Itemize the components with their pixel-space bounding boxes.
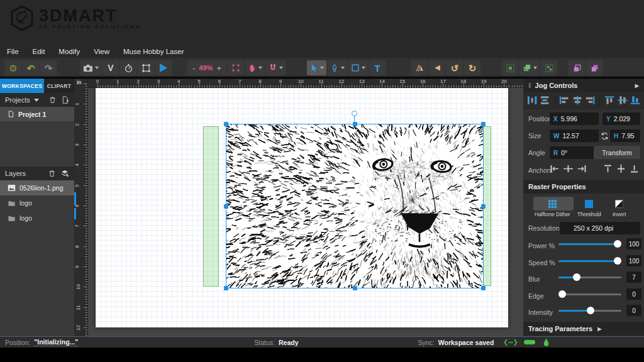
layer-item-logo-1[interactable]: logo bbox=[0, 195, 74, 211]
fit-to-screen-button[interactable] bbox=[228, 60, 244, 75]
flip-vertical-button[interactable] bbox=[429, 60, 445, 75]
ruler-number: 7 bbox=[74, 225, 80, 228]
expand-section-icon[interactable]: ▶ bbox=[597, 326, 601, 332]
distribute-horizontal-icon[interactable] bbox=[527, 96, 537, 105]
anchor-bottom-icon[interactable] bbox=[629, 164, 640, 173]
invert-icon bbox=[615, 200, 623, 208]
align-right-icon[interactable] bbox=[585, 96, 595, 105]
ruler-number: 12 bbox=[75, 325, 81, 331]
position-label: Position bbox=[528, 115, 552, 123]
chevron-down-icon[interactable] bbox=[34, 99, 39, 102]
rotate-ccw-button[interactable]: ↺ bbox=[447, 60, 463, 75]
undo-button[interactable]: ↶ bbox=[23, 60, 39, 75]
layer-item-logo-2[interactable]: logo bbox=[0, 211, 74, 226]
add-layer-icon[interactable] bbox=[60, 169, 69, 178]
anchor-middle-icon[interactable] bbox=[616, 164, 626, 173]
speed-value: 100 bbox=[626, 255, 641, 266]
lock-aspect-icon[interactable] bbox=[601, 131, 609, 141]
align-bottom-icon[interactable] bbox=[630, 96, 640, 105]
anchor-top-icon[interactable] bbox=[602, 164, 613, 173]
zoom-out-button[interactable]: - bbox=[190, 63, 197, 73]
jog-controls-header[interactable]: ‖ Jog Controls ▶ bbox=[523, 79, 644, 92]
mode-halftone-dither[interactable]: Halftone Dither bbox=[535, 198, 570, 217]
snap-tool-button[interactable] bbox=[266, 60, 286, 75]
speed-slider[interactable] bbox=[558, 255, 621, 267]
power-slider[interactable] bbox=[558, 238, 621, 250]
toolbar-group-view: - 49% + bbox=[186, 60, 287, 76]
settings-button[interactable]: ⚙ bbox=[5, 60, 21, 75]
workspace-canvas[interactable] bbox=[88, 88, 523, 336]
rotation-handle[interactable] bbox=[352, 111, 357, 116]
expand-panel-icon[interactable]: ▶ bbox=[635, 83, 639, 89]
paste-button[interactable] bbox=[586, 60, 602, 75]
transform-button[interactable]: Transform bbox=[594, 146, 640, 159]
run-job-button[interactable] bbox=[155, 60, 172, 75]
menu-modify[interactable]: Modify bbox=[52, 48, 87, 55]
menu-file[interactable]: File bbox=[0, 48, 26, 55]
mode-threshold[interactable]: Threshold bbox=[577, 198, 601, 217]
tracing-parameters-header[interactable]: Tracing Parameters ▶ bbox=[523, 322, 644, 336]
vertical-ruler: in 123456789101112 bbox=[74, 79, 88, 336]
anchor-center-icon[interactable] bbox=[563, 164, 574, 173]
mode-invert[interactable]: Invert bbox=[613, 198, 626, 217]
size-w-field[interactable]: W 12.57 bbox=[550, 129, 599, 142]
tracing-parameters-label: Tracing Parameters bbox=[528, 325, 592, 332]
magnet-icon bbox=[269, 63, 277, 72]
tab-clipart[interactable]: CLIPART bbox=[44, 79, 74, 93]
merge-button[interactable] bbox=[519, 60, 540, 75]
camera-capture-button[interactable] bbox=[80, 60, 101, 75]
status-position-value[interactable]: "Initializing..." bbox=[34, 338, 78, 346]
shape-tool-button[interactable] bbox=[348, 60, 368, 75]
blur-slider[interactable] bbox=[558, 271, 621, 283]
zoom-in-button[interactable]: + bbox=[214, 63, 224, 73]
anchor-right-icon[interactable] bbox=[576, 164, 587, 173]
align-center-horizontal-icon[interactable] bbox=[572, 96, 582, 105]
redo-button[interactable]: ↷ bbox=[40, 60, 57, 75]
tab-workspaces[interactable]: WORKSPACES bbox=[0, 79, 44, 93]
ungroup-icon bbox=[545, 63, 554, 73]
menu-muse-hobby-laser[interactable]: Muse Hobby Laser bbox=[116, 48, 191, 55]
cursor-icon bbox=[309, 63, 318, 73]
raster-properties-header[interactable]: Raster Properties bbox=[523, 180, 644, 194]
angle-r-field[interactable]: R 0° bbox=[550, 146, 599, 159]
artboard[interactable] bbox=[96, 88, 508, 327]
vector-trace-button[interactable]: V bbox=[103, 60, 119, 75]
align-top-icon[interactable] bbox=[604, 96, 614, 105]
ungroup-button[interactable] bbox=[541, 60, 557, 75]
position-x-field[interactable]: X 5.996 bbox=[550, 112, 599, 125]
align-left-icon[interactable] bbox=[559, 96, 569, 105]
rotate-cw-button[interactable]: ↻ bbox=[464, 60, 480, 75]
new-project-icon[interactable] bbox=[61, 96, 69, 104]
group-button[interactable] bbox=[502, 60, 518, 75]
resolution-dropdown[interactable]: 250 x 250 dpi bbox=[560, 222, 640, 234]
design-green-strip-left[interactable] bbox=[203, 126, 219, 287]
distribute-vertical-icon[interactable] bbox=[540, 96, 550, 105]
frame-job-button[interactable] bbox=[138, 60, 154, 75]
select-tool-button[interactable] bbox=[307, 60, 326, 75]
power-value: 100 bbox=[626, 238, 641, 250]
position-y-field[interactable]: Y 2.029 bbox=[602, 112, 640, 125]
edge-slider[interactable] bbox=[558, 288, 621, 300]
ruler-unit-label: in bbox=[77, 79, 82, 85]
zoom-level-value[interactable]: 49% bbox=[197, 64, 214, 72]
edge-label: Edge bbox=[528, 292, 544, 300]
trash-icon[interactable] bbox=[48, 169, 56, 178]
pan-tool-button[interactable] bbox=[245, 60, 265, 75]
intensity-slider[interactable] bbox=[558, 304, 621, 317]
pen-tool-button[interactable] bbox=[328, 60, 347, 75]
text-tool-button[interactable]: T bbox=[369, 60, 386, 75]
anchor-vertical-group bbox=[602, 164, 640, 173]
time-estimate-button[interactable] bbox=[120, 60, 136, 75]
copy-button[interactable] bbox=[569, 60, 585, 75]
menu-edit[interactable]: Edit bbox=[26, 48, 52, 55]
layer-item-image[interactable]: 0526lion-1.png bbox=[0, 180, 74, 195]
trash-icon[interactable] bbox=[48, 96, 57, 104]
flip-horizontal-button[interactable] bbox=[411, 60, 428, 75]
size-h-field[interactable]: H 7.95 bbox=[610, 129, 640, 142]
menu-view[interactable]: View bbox=[87, 48, 116, 55]
project-item[interactable]: Project 1 bbox=[0, 107, 74, 121]
layers-header: Layers bbox=[0, 167, 74, 180]
align-middle-vertical-icon[interactable] bbox=[618, 96, 628, 105]
raster-image-lion[interactable] bbox=[226, 124, 483, 288]
anchor-left-icon[interactable] bbox=[550, 164, 560, 173]
